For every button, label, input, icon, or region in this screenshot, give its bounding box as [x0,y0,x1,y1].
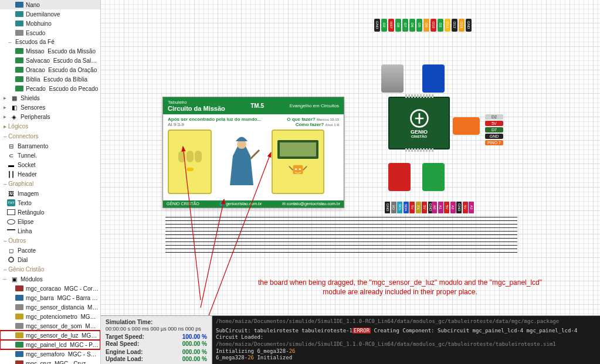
ellipse-icon [7,218,15,225]
tree-group-modulos[interactable]: –▣Módulos [0,274,100,284]
package-icon: ◻ [7,247,15,254]
top-pin-labels-right: D9D10D3D11D12D13GND [423,19,472,32]
scripture-text: Após ser encontrado pela luz do mundo... [168,117,261,122]
category-graphical[interactable]: – Graphical [0,179,100,189]
tree-item-mgc-coracao[interactable]: mgc_coracao MGC - Coração [0,284,100,293]
tree-item-elipse[interactable]: Elipse [0,217,100,226]
tree-item-escudo[interactable]: Escudo [0,28,100,38]
svg-line-4 [289,166,293,171]
tree-item-duemilanove[interactable]: Duemilanove [0,9,100,19]
svg-point-3 [299,168,301,170]
tree-item-mgc-sensor-luz[interactable]: mgc_sensor_de_luz MGC - Sensor ... [0,331,100,340]
component-tree[interactable]: Nano Duemilanove Mobhuino Escudo –Escudo… [0,0,101,364]
tree-item-linha[interactable]: Linha [0,226,100,236]
tree-item-mgc-barra[interactable]: mgc_barra MGC - Barra de LEDs [0,293,100,302]
tree-item-retangulo[interactable]: Retângulo [0,207,100,217]
tunnel-icon: ⊂ [7,152,15,159]
tree-item-mgc-cruz[interactable]: mgc_cruz MGC - Cruz [0,359,100,364]
tree-item-socket[interactable]: ▬Socket [0,160,100,169]
peripherals-icon: ◈ [10,113,18,120]
expand-icon: ▸ [2,114,8,120]
category-connectors[interactable]: – Connectors [0,131,100,141]
side-pin-labels: D25VD7GNDPINO 7 [485,114,503,145]
line-icon [7,227,15,234]
tree-item-nano[interactable]: Nano [0,0,100,9]
tree-item-texto[interactable]: TXTTexto [0,198,100,207]
tree-item-mgc-sensor-som[interactable]: mgc_sensor_de_som MGC - Sensor ... [0,321,100,331]
tree-item-biblia[interactable]: Biblia Escudo da Bíblia [0,74,100,84]
top-pin-labels-left: GNDD2RSTD8D7D6D5D4 [374,19,429,32]
modules-icon: ▣ [10,275,18,283]
connector-usb[interactable] [422,64,445,93]
bus-icon: ⊟ [7,142,15,149]
tree-item-header[interactable]: ┃┃Header [0,169,100,179]
tree-item-salvacao[interactable]: Salvacao Escudo da Salvação [0,56,100,65]
genio-logo-icon [409,108,430,129]
dial-icon [7,256,15,263]
tree-item-pacote[interactable]: ◻Pacote [0,246,100,255]
expand-icon: ▸ [2,95,8,101]
console-output[interactable]: /home/maiza/Documentos/simulide/SimulIDE… [212,316,600,364]
connector-orange[interactable] [453,117,480,135]
circuit-canvas[interactable]: Tabuleiro Circuito da Missão TM.5 Evange… [101,0,600,315]
text-icon: TXT [7,199,15,206]
tree-group-sensores[interactable]: ▸◧Sensores [0,103,100,112]
tree-item-mgc-painel-lcd[interactable]: mgc_painel_lcd MGC - Painel LCD [0,340,100,349]
simulation-stats: Simulation Time: 00:00:00 s 000 ms 000 µ… [101,316,212,364]
mascot-icon [288,161,308,181]
mcu-board[interactable]: GENIO CRISTÃO [388,97,450,149]
annotation-text: the board when being dragged, the "mgc_s… [248,278,552,297]
connector-red[interactable] [388,163,411,191]
svg-point-2 [295,168,297,170]
rectangle-icon [7,209,15,216]
socket-icon: ▬ [7,161,15,168]
board-tabuleiro[interactable]: Tabuleiro Circuito da Missão TM.5 Evange… [162,97,344,208]
board-footer: GÊNIO CRISTÃO 🌐 geniocristao.com.br ✉ co… [163,200,344,207]
sensors-icon: ◧ [10,104,18,111]
image-icon: 🖼 [7,190,15,197]
svg-line-5 [303,166,307,171]
sun-icon [181,165,199,174]
tree-item-mgc-sensor-distancia[interactable]: mgc_sensor_distancia MGC - Sen... [0,302,100,312]
connector-green[interactable] [422,163,445,191]
tree-item-oracao[interactable]: Oracao Escudo da Oração [0,65,100,74]
shields-icon: ▦ [10,94,18,101]
category-logicos[interactable]: ▸ Lógicos [0,121,100,131]
tree-group-peripherals[interactable]: ▸◈Peripherals [0,112,100,121]
tree-item-pecado[interactable]: Pecado Escudo do Pecado [0,84,100,93]
expand-icon: ▸ [2,104,8,110]
tree-item-mgc-potenciometro[interactable]: mgc_potenciometro MGC - Potenci... [0,312,100,321]
svg-rect-1 [293,165,303,174]
tree-item-tunnel[interactable]: ⊂Tunnel. [0,151,100,160]
tree-group-escudos-fe[interactable]: –Escudos da Fé [0,38,100,46]
tree-group-shields[interactable]: ▸▦Shields [0,93,100,103]
painel-lcd-module[interactable] [272,130,324,194]
question-block: O que fazer? Marcos 10:15 Como fazer? At… [287,117,339,127]
lcd-screen [277,140,318,159]
tree-item-mgc-semaforo[interactable]: mgc_semaforo MGC - Semáforo [0,349,100,359]
tree-item-barramento[interactable]: ⊟Barramento [0,141,100,151]
collapse-icon: – [7,39,13,45]
connector-serial[interactable] [381,64,404,93]
category-outros[interactable]: – Outros [0,236,100,246]
bottom-panel: Simulation Time: 00:00:00 s 000 ms 000 µ… [101,315,600,364]
tree-item-missao[interactable]: Missao Escudo da Missão [0,46,100,56]
header-icon: ┃┃ [7,171,15,178]
tree-item-imagem[interactable]: 🖼Imagem [0,189,100,198]
category-genio-cristao[interactable]: – Gênio Cristão [0,264,100,274]
tree-item-mobhuino[interactable]: Mobhuino [0,19,100,28]
wizard-illustration [215,130,268,194]
collapse-icon: – [2,276,8,282]
tree-item-dial[interactable]: Dial [0,255,100,264]
sensor-luz-module[interactable] [168,130,212,194]
wiring [165,211,517,264]
board-header: Tabuleiro Circuito da Missão TM.5 Evange… [163,97,344,114]
